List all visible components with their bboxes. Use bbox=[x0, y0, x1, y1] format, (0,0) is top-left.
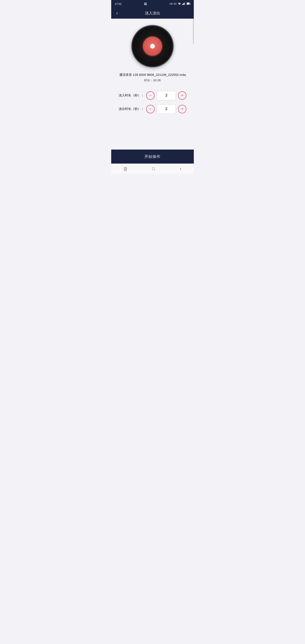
fade-in-decrement-button[interactable]: − bbox=[146, 91, 154, 100]
fade-in-label: 淡入时长（秒）： bbox=[118, 94, 144, 98]
svg-rect-1 bbox=[183, 4, 184, 5]
status-bar: 17:53 🖼 HD 4G bbox=[111, 0, 194, 8]
fade-out-increment-button[interactable]: + bbox=[178, 105, 186, 113]
svg-rect-3 bbox=[185, 2, 185, 5]
back-button[interactable]: ‹ bbox=[114, 9, 120, 18]
svg-rect-2 bbox=[184, 3, 184, 5]
fade-in-input[interactable] bbox=[157, 91, 176, 100]
system-nav-bar: ||| □ ‹ bbox=[111, 164, 194, 174]
signal-icon bbox=[182, 2, 186, 5]
fade-in-row: 淡入时长（秒）： − + bbox=[116, 91, 189, 100]
status-indicators: HD 4G bbox=[170, 2, 190, 5]
page-title: 淡入淡出 bbox=[145, 10, 160, 16]
svg-rect-5 bbox=[190, 3, 190, 4]
start-button[interactable]: 开始操作 bbox=[144, 154, 160, 159]
fade-out-label: 淡出时长（秒）： bbox=[118, 107, 144, 111]
wifi-icon bbox=[178, 2, 181, 5]
vinyl-hole bbox=[150, 44, 155, 48]
battery-icon bbox=[186, 2, 190, 5]
vinyl-label bbox=[143, 37, 162, 56]
fade-out-input[interactable] bbox=[157, 104, 176, 114]
gallery-icon: 🖼 bbox=[144, 2, 147, 6]
file-duration: 时长：00:38 bbox=[144, 78, 160, 82]
fade-in-increment-button[interactable]: + bbox=[178, 91, 186, 100]
svg-rect-0 bbox=[182, 4, 183, 5]
home-nav-icon[interactable]: □ bbox=[148, 164, 159, 173]
file-name: 通话录音 139 8200 9608_221106_222552.m4a bbox=[119, 72, 186, 77]
nav-bar: ‹ 淡入淡出 bbox=[111, 8, 194, 19]
main-content: 通话录音 139 8200 9608_221106_222552.m4a 时长：… bbox=[111, 19, 194, 150]
vinyl-record bbox=[131, 25, 174, 67]
status-time: 17:53 bbox=[114, 2, 122, 6]
hd-indicator: HD 4G bbox=[170, 2, 177, 5]
back-nav-icon[interactable]: ‹ bbox=[176, 164, 186, 173]
fade-out-row: 淡出时长（秒）： − + bbox=[116, 104, 189, 114]
scroll-indicator bbox=[193, 19, 194, 44]
menu-nav-icon[interactable]: ||| bbox=[120, 164, 131, 173]
bottom-action-bar: 开始操作 bbox=[111, 150, 194, 164]
svg-rect-6 bbox=[187, 3, 189, 4]
vinyl-record-container bbox=[131, 25, 174, 67]
fade-out-decrement-button[interactable]: − bbox=[146, 105, 154, 113]
